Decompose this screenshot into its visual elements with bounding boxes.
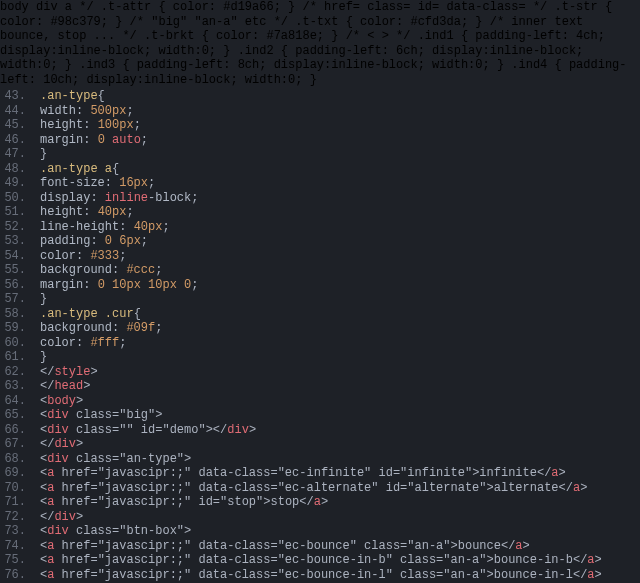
code-line: <a href="javascipr:;" id="stop">stop</a> [40,495,640,510]
line-number: 73. [0,524,30,539]
line-number: 51. [0,205,30,220]
line-number: 76. [0,568,30,583]
code-line: .an-type a{ [40,162,640,177]
line-number: 44. [0,104,30,119]
line-number: 65. [0,408,30,423]
line-number: 55. [0,263,30,278]
code-line: <div class="btn-box"> [40,524,640,539]
code-line: background: #ccc; [40,263,640,278]
line-number: 68. [0,452,30,467]
code-line: height: 40px; [40,205,640,220]
code-line: <a href="javascipr:;" data-class="ec-bou… [40,553,640,568]
code-line: background: #09f; [40,321,640,336]
line-number: 46. [0,133,30,148]
line-number: 47. [0,147,30,162]
line-number: 71. [0,495,30,510]
code-line: <a href="javascipr:;" data-class="ec-inf… [40,466,640,481]
code-line: margin: 0 auto; [40,133,640,148]
code-line: <body> [40,394,640,409]
line-number: 72. [0,510,30,525]
line-number: 50. [0,191,30,206]
line-number: 43. [0,89,30,104]
code-line: color: #fff; [40,336,640,351]
line-number: 57. [0,292,30,307]
code-line: padding: 0 6px; [40,234,640,249]
line-number: 54. [0,249,30,264]
line-number: 58. [0,307,30,322]
code-editor[interactable]: 43.44.45.46.47.48.49.50.51.52.53.54.55.5… [0,87,640,583]
code-line: .an-type .cur{ [40,307,640,322]
line-number: 63. [0,379,30,394]
line-number: 52. [0,220,30,235]
code-line: } [40,147,640,162]
line-number: 45. [0,118,30,133]
code-line: </style> [40,365,640,380]
code-line: } [40,350,640,365]
line-number: 48. [0,162,30,177]
code-line: } [40,292,640,307]
code-line: <a href="javascipr:;" data-class="ec-bou… [40,568,640,583]
code-line: <div class="" id="demo"></div> [40,423,640,438]
code-line: <a href="javascipr:;" data-class="ec-alt… [40,481,640,496]
line-number: 61. [0,350,30,365]
code-line: </div> [40,437,640,452]
line-number: 67. [0,437,30,452]
code-area[interactable]: .an-type{width: 500px;height: 100px;marg… [30,87,640,583]
line-number: 75. [0,553,30,568]
code-line: color: #333; [40,249,640,264]
code-line: .an-type{ [40,89,640,104]
line-number: 53. [0,234,30,249]
code-line: </head> [40,379,640,394]
code-line: <div class="big"> [40,408,640,423]
line-number: 60. [0,336,30,351]
line-number: 62. [0,365,30,380]
line-number: 74. [0,539,30,554]
code-line: font-size: 16px; [40,176,640,191]
code-line: <a href="javascipr:;" data-class="ec-bou… [40,539,640,554]
line-number: 49. [0,176,30,191]
code-line: line-height: 40px; [40,220,640,235]
code-line: width: 500px; [40,104,640,119]
code-line: margin: 0 10px 10px 0; [40,278,640,293]
code-line: </div> [40,510,640,525]
line-number: 59. [0,321,30,336]
line-number: 70. [0,481,30,496]
line-number: 56. [0,278,30,293]
line-number-gutter: 43.44.45.46.47.48.49.50.51.52.53.54.55.5… [0,87,30,583]
line-number: 64. [0,394,30,409]
code-line: <div class="an-type"> [40,452,640,467]
code-line: display: inline-block; [40,191,640,206]
line-number: 69. [0,466,30,481]
code-line: height: 100px; [40,118,640,133]
line-number: 66. [0,423,30,438]
